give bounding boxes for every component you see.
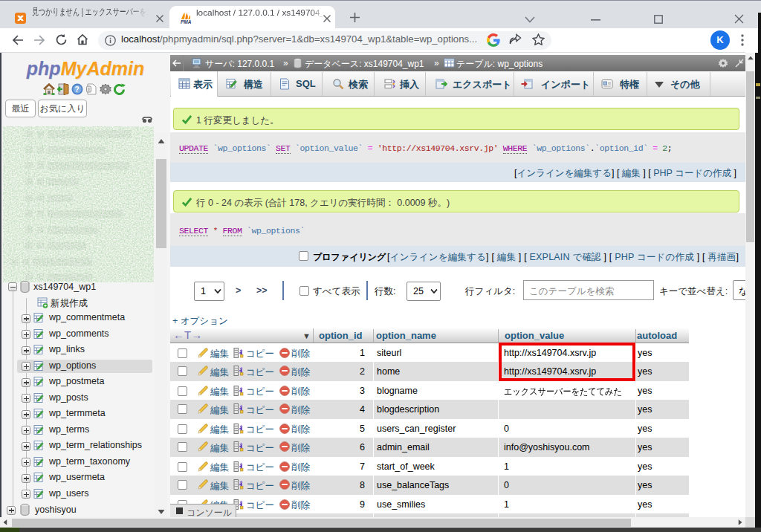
svg-text:?: ? (75, 85, 80, 94)
svg-text:PMA: PMA (181, 19, 192, 25)
